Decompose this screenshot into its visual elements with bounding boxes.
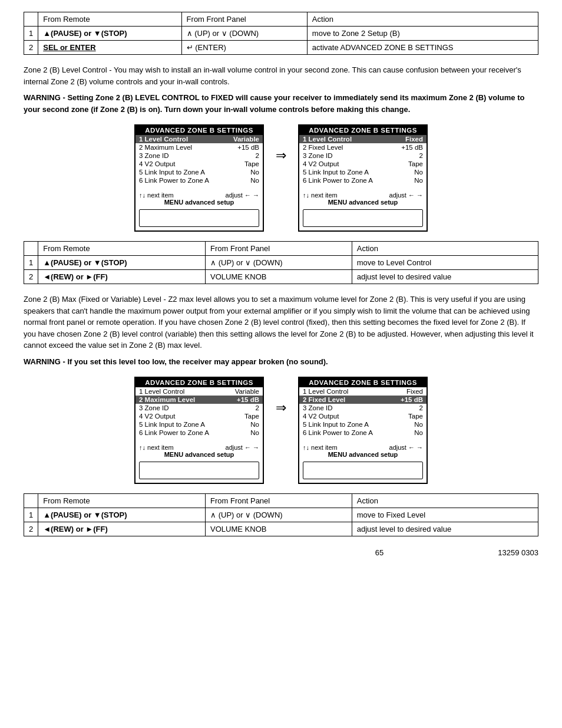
menu-row-6-right-1: 6 Link Power to Zone A No xyxy=(299,176,427,185)
table3-header-remote: From Remote xyxy=(38,494,206,508)
menu-title-right-1: ADVANCED ZONE B SETTINGS xyxy=(299,126,427,135)
page-number: 65 xyxy=(261,548,498,557)
menu-title-right-2: ADVANCED ZONE B SETTINGS xyxy=(299,378,427,387)
menu-box-left-2: ADVANCED ZONE B SETTINGS 1 Level Control… xyxy=(134,377,264,484)
menu-row-2-left-1: 2 Maximum Level +15 dB xyxy=(135,143,263,151)
menu-row-2-left-2: 2 Maximum Level +15 dB xyxy=(135,396,263,404)
menu-box-left-1: ADVANCED ZONE B SETTINGS 1 Level Control… xyxy=(134,124,264,232)
table2-header-panel: From Front Panel xyxy=(206,242,352,256)
warning-text-1: WARNING - Setting Zone 2 (B) LEVEL CONTR… xyxy=(24,92,538,115)
menu-row-3-left-2: 3 Zone ID 2 xyxy=(135,404,263,412)
table-1: From Remote From Front Panel Action 1 ▲(… xyxy=(24,12,538,55)
menu-row-4-left-1: 4 V2 Output Tape xyxy=(135,160,263,168)
table-row: 2 SEL or ENTER ↵ (ENTER) activate ADVANC… xyxy=(24,41,538,55)
table1-header-action: Action xyxy=(307,12,538,27)
menu-row-2-right-1: 2 Fixed Level +15 dB xyxy=(299,143,427,151)
menu-row-5-right-2: 5 Link Input to Zone A No xyxy=(299,420,427,429)
menu-row-4-right-1: 4 V2 Output Tape xyxy=(299,160,427,168)
table3-header-action: Action xyxy=(352,494,538,508)
page-footer: 65 13259 0303 xyxy=(24,548,538,557)
table-row: 1 ▲(PAUSE) or ▼(STOP) ∧ (UP) or ∨ (DOWN)… xyxy=(24,256,538,270)
menu-footer-right-1: ↑↓ next item adjust ← → MENU advanced se… xyxy=(299,189,427,207)
menu-row-2-right-2: 2 Fixed Level +15 dB xyxy=(299,396,427,404)
menu-row-6-right-2: 6 Link Power to Zone A No xyxy=(299,429,427,437)
menu-row-6-left-1: 6 Link Power to Zone A No xyxy=(135,176,263,185)
menu-footer-right-2: ↑↓ next item adjust ← → MENU advanced se… xyxy=(299,442,427,459)
table-3: From Remote From Front Panel Action 1 ▲(… xyxy=(24,493,538,536)
menu-display-left-1 xyxy=(139,209,259,227)
menu-box-right-2: ADVANCED ZONE B SETTINGS 1 Level Control… xyxy=(298,377,428,484)
menu-display-left-2 xyxy=(139,462,259,479)
menu-title-left-1: ADVANCED ZONE B SETTINGS xyxy=(135,126,263,135)
table2-header-remote: From Remote xyxy=(38,242,206,256)
table-row: 1 ▲(PAUSE) or ▼(STOP) ∧ (UP) or ∨ (DOWN)… xyxy=(24,27,538,41)
menu-row-3-left-1: 3 Zone ID 2 xyxy=(135,151,263,160)
text-section-2: Zone 2 (B) Max (Fixed or Variable) Level… xyxy=(24,294,538,367)
menu-row-5-right-1: 5 Link Input to Zone A No xyxy=(299,168,427,176)
menu-row-5-left-1: 5 Link Input to Zone A No xyxy=(135,168,263,176)
zone2b-level-label: Zone 2 (B) Level Control - You may wish … xyxy=(24,65,521,86)
zone2b-max-text: Zone 2 (B) Max (Fixed or Variable) Level… xyxy=(24,294,538,351)
menu-footer-left-1: ↑↓ next item adjust ← → MENU advanced se… xyxy=(135,189,263,207)
menu-row-1-right-1: 1 Level Control Fixed xyxy=(299,135,427,143)
menu-display-right-2 xyxy=(303,462,423,479)
arrow-2: ⇒ xyxy=(276,400,286,416)
table1-header-remote: From Remote xyxy=(38,12,181,27)
menu-row-1-left-1: 1 Level Control Variable xyxy=(135,135,263,143)
warning-text-2: WARNING - If you set this level too low,… xyxy=(24,356,538,368)
table-row: 1 ▲(PAUSE) or ▼(STOP) ∧ (UP) or ∨ (DOWN)… xyxy=(24,508,538,522)
table-row: 2 ◄(REW) or ►(FF) VOLUME KNOB adjust lev… xyxy=(24,270,538,284)
menu-section-1: ADVANCED ZONE B SETTINGS 1 Level Control… xyxy=(24,124,538,232)
page-code: 13259 0303 xyxy=(498,548,538,557)
menu-row-3-right-2: 3 Zone ID 2 xyxy=(299,404,427,412)
menu-row-1-right-2: 1 Level Control Fixed xyxy=(299,387,427,396)
menu-footer-left-2: ↑↓ next item adjust ← → MENU advanced se… xyxy=(135,442,263,459)
menu-row-4-left-2: 4 V2 Output Tape xyxy=(135,412,263,420)
menu-display-right-1 xyxy=(303,209,423,227)
table1-header-panel: From Front Panel xyxy=(181,12,307,27)
table-2: From Remote From Front Panel Action 1 ▲(… xyxy=(24,241,538,284)
text-section-1: Zone 2 (B) Level Control - You may wish … xyxy=(24,64,538,115)
menu-row-6-left-2: 6 Link Power to Zone A No xyxy=(135,429,263,437)
menu-row-3-right-1: 3 Zone ID 2 xyxy=(299,151,427,160)
menu-row-4-right-2: 4 V2 Output Tape xyxy=(299,412,427,420)
table2-header-action: Action xyxy=(352,242,538,256)
table3-header-panel: From Front Panel xyxy=(206,494,352,508)
menu-row-5-left-2: 5 Link Input to Zone A No xyxy=(135,420,263,429)
arrow-1: ⇒ xyxy=(276,148,286,163)
menu-section-2: ADVANCED ZONE B SETTINGS 1 Level Control… xyxy=(24,377,538,484)
menu-row-1-left-2: 1 Level Control Variable xyxy=(135,387,263,396)
menu-title-left-2: ADVANCED ZONE B SETTINGS xyxy=(135,378,263,387)
table-row: 2 ◄(REW) or ►(FF) VOLUME KNOB adjust lev… xyxy=(24,522,538,536)
menu-box-right-1: ADVANCED ZONE B SETTINGS 1 Level Control… xyxy=(298,124,428,232)
